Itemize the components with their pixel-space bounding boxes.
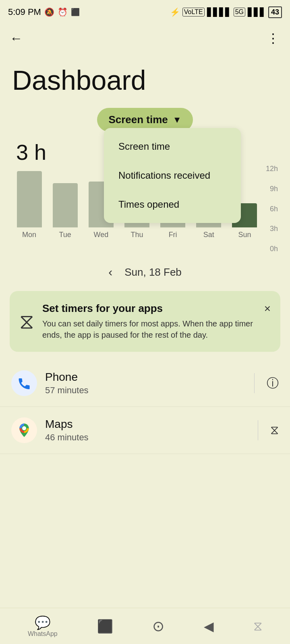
home-square-icon: ⬛	[97, 619, 113, 634]
bottom-nav-home[interactable]: ⬛	[97, 619, 113, 634]
phone-app-icon	[11, 370, 37, 396]
bottom-nav-back[interactable]: ◀	[204, 619, 214, 634]
camera-circle-icon: ⊙	[152, 618, 164, 635]
more-options-button[interactable]: ⋮	[267, 31, 280, 46]
dropdown-item-times-opened[interactable]: Times opened	[104, 190, 241, 219]
phone-app-info: Phone 57 minutes	[45, 371, 242, 396]
bar-day-label-sat: Sat	[203, 231, 214, 239]
timer-banner-close-button[interactable]: ×	[264, 302, 271, 315]
page-title: Dashboard	[0, 52, 290, 104]
date-label: Sun, 18 Feb	[124, 266, 182, 279]
phone-info-button[interactable]: ⓘ	[267, 375, 279, 392]
dropdown-section: Screen time ▼ Screen time Notifications …	[0, 104, 290, 132]
bluetooth-icon: ⚡	[170, 7, 180, 17]
bar-day-label-mon: Mon	[22, 231, 36, 239]
y-label-3h: 3h	[266, 225, 278, 233]
chevron-down-icon: ▼	[173, 115, 182, 125]
status-left: 5:09 PM 🔕 ⏰ ⬛	[8, 7, 80, 17]
bar-day-label-wed: Wed	[94, 231, 109, 239]
bar-day-label-fri: Fri	[169, 231, 177, 239]
back-triangle-icon: ◀	[204, 619, 214, 634]
bottom-nav-camera[interactable]: ⊙	[152, 618, 164, 635]
maps-app-name: Maps	[45, 418, 246, 431]
signal-lte-icon: VoLTE	[182, 8, 205, 17]
y-label-0h: 0h	[266, 245, 278, 253]
bar-mon	[17, 171, 42, 227]
bar-day-label-thu: Thu	[130, 231, 143, 239]
phone-app-divider	[254, 373, 255, 393]
y-label-6h: 6h	[266, 205, 278, 213]
y-axis-labels: 12h 9h 6h 3h 0h	[266, 165, 278, 253]
bottom-nav-timer[interactable]: ⧖	[253, 619, 262, 634]
top-nav: ← ⋮	[0, 24, 290, 52]
timer-banner: ⧖ Set timers for your apps You can set d…	[10, 291, 280, 352]
status-right: ⚡ VoLTE ▋▋▋▋ 5G ▋▋▋ 43	[170, 6, 282, 18]
battery-indicator: 43	[268, 6, 282, 18]
y-label-12h: 12h	[266, 165, 278, 173]
bottom-nav-whatsapp: 💬 WhatsApp	[28, 615, 58, 638]
dropdown-item-screen-time[interactable]: Screen time	[104, 132, 241, 161]
phone-app-name: Phone	[45, 371, 242, 384]
app-item-phone[interactable]: Phone 57 minutes ⓘ	[0, 360, 290, 407]
status-time: 5:09 PM	[8, 7, 41, 17]
whatsapp-icon: 💬	[35, 615, 51, 630]
date-navigation: ‹ Sun, 18 Feb	[0, 253, 290, 287]
bar-tue	[53, 183, 78, 227]
bottom-nav-bar: 💬 WhatsApp ⬛ ⊙ ◀ ⧖	[0, 608, 290, 644]
timer-nav-icon: ⧖	[253, 619, 262, 634]
square-icon: ⬛	[71, 8, 80, 17]
dropdown-button-label: Screen time	[108, 114, 168, 126]
timer-banner-title: Set timers for your apps	[42, 302, 271, 315]
maps-app-divider	[258, 420, 258, 440]
back-button[interactable]: ←	[10, 31, 23, 46]
maps-app-icon	[11, 417, 37, 443]
alarm-icon: ⏰	[58, 7, 68, 17]
mute-icon: 🔕	[44, 7, 54, 17]
maps-app-info: Maps 46 minutes	[45, 418, 246, 443]
bar-day-label-sun: Sun	[238, 231, 251, 239]
whatsapp-label: WhatsApp	[28, 630, 58, 638]
app-list: Phone 57 minutes ⓘ Maps 46 minutes ⧖	[0, 356, 290, 458]
date-prev-button[interactable]: ‹	[108, 265, 112, 279]
svg-point-0	[22, 426, 26, 430]
dropdown-menu: Screen time Notifications received Times…	[104, 128, 241, 223]
y-label-9h: 9h	[266, 185, 278, 193]
status-bar: 5:09 PM 🔕 ⏰ ⬛ ⚡ VoLTE ▋▋▋▋ 5G ▋▋▋ 43	[0, 0, 290, 24]
app-item-maps[interactable]: Maps 46 minutes ⧖	[0, 407, 290, 454]
signal-5g-icon: 5G	[234, 8, 245, 17]
bar-col-mon: Mon	[12, 171, 46, 239]
bar-day-label-tue: Tue	[59, 231, 71, 239]
maps-timer-button[interactable]: ⧖	[270, 423, 279, 438]
phone-app-time: 57 minutes	[45, 385, 242, 396]
bar-col-tue: Tue	[48, 183, 82, 239]
signal-bars2-icon: ▋▋▋	[248, 7, 266, 17]
signal-bars-icon: ▋▋▋▋	[207, 7, 231, 17]
timer-banner-description: You can set daily timers for most apps. …	[42, 318, 271, 341]
timer-text-block: Set timers for your apps You can set dai…	[42, 302, 271, 341]
maps-app-time: 46 minutes	[45, 432, 246, 443]
hourglass-icon: ⧖	[19, 309, 34, 334]
dropdown-item-notifications[interactable]: Notifications received	[104, 161, 241, 190]
